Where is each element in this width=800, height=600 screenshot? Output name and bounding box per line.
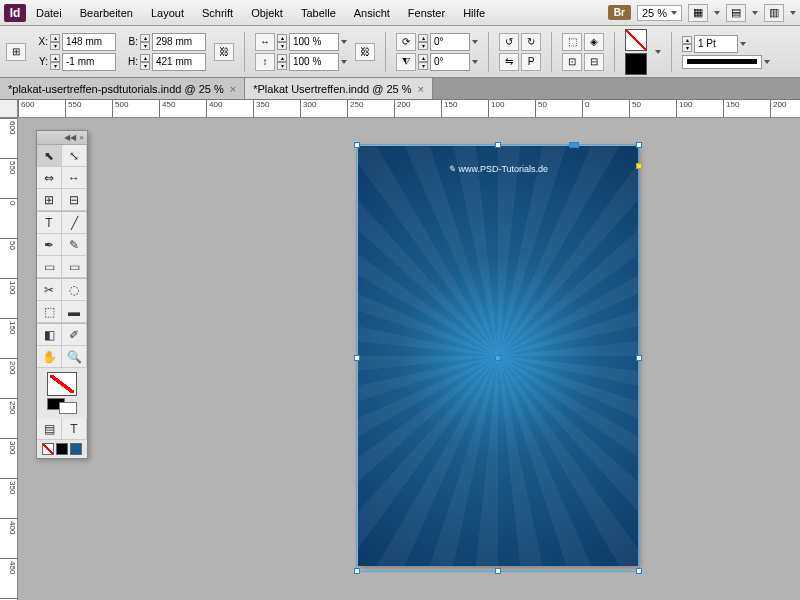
w-label: B: [124,36,138,47]
type-tool[interactable]: T [37,212,62,234]
close-icon[interactable]: × [230,83,236,95]
content-placer-tool[interactable]: ⊟ [62,189,87,211]
shear-icon: ⧨ [396,53,416,71]
screen-mode-button[interactable]: ▦ [688,4,708,22]
select-content-icon[interactable]: ◈ [584,33,604,51]
free-transform-tool[interactable]: ◌ [62,279,87,301]
page[interactable]: www.PSD-Tutorials.de [358,146,638,566]
page-url-text: www.PSD-Tutorials.de [358,164,638,174]
stroke-weight-input[interactable] [694,35,738,53]
toolbox-header[interactable]: ◀◀× [37,131,87,145]
apply-color-row [37,440,87,458]
handle-bottom[interactable] [495,568,501,574]
chevron-down-icon[interactable] [740,42,746,46]
select-container-icon[interactable]: ⬚ [562,33,582,51]
constrain-wh-icon[interactable]: ⛓ [214,43,234,61]
rotate-cw-icon[interactable]: ↻ [521,33,541,51]
menu-schrift[interactable]: Schrift [194,3,241,23]
line-tool[interactable]: ╱ [62,212,87,234]
fit-frame-icon[interactable]: ⊟ [584,53,604,71]
close-icon[interactable]: × [418,83,424,95]
pen-tool[interactable]: ✒ [37,234,62,256]
h-input[interactable] [152,53,206,71]
rotate-ccw-icon[interactable]: ↺ [499,33,519,51]
fit-content-icon[interactable]: ⊡ [562,53,582,71]
pencil-tool[interactable]: ✎ [62,234,87,256]
menu-datei[interactable]: Datei [28,3,70,23]
zoom-tool[interactable]: 🔍 [62,346,87,368]
eyedropper-tool[interactable]: ✐ [62,324,87,346]
stroke-swatch[interactable] [625,29,647,51]
tab-label: *plakat-usertreffen-psdtutorials.indd @ … [8,83,224,95]
chevron-down-icon[interactable] [472,60,478,64]
y-input[interactable] [62,53,116,71]
direct-selection-tool[interactable]: ⤡ [62,145,87,167]
menu-ansicht[interactable]: Ansicht [346,3,398,23]
ruler-vertical[interactable]: 600550050100150200250300350400450500 [0,118,18,600]
w-input[interactable] [152,33,206,51]
chevron-down-icon[interactable] [341,60,347,64]
stroke-style-select[interactable] [682,55,762,69]
scale-x-input[interactable] [289,33,339,51]
chevron-down-icon[interactable] [655,50,661,54]
handle-bottom-left[interactable] [354,568,360,574]
document-tabs: *plakat-usertreffen-psdtutorials.indd @ … [0,78,800,100]
scissors-tool[interactable]: ✂ [37,279,62,301]
gradient-swatch-tool[interactable]: ⬚ [37,301,62,323]
document-tab[interactable]: *Plakat Usertreffen.indd @ 25 %× [245,78,433,99]
chevron-down-icon[interactable] [472,40,478,44]
scale-y-input[interactable] [289,53,339,71]
x-input[interactable] [62,33,116,51]
flip-h-icon[interactable]: ⇋ [499,53,519,71]
fill-stroke-swatch[interactable] [47,372,77,396]
menu-fenster[interactable]: Fenster [400,3,453,23]
arrange-button[interactable]: ▤ [726,4,746,22]
format-text-button[interactable]: T [62,418,87,440]
selection-tool[interactable]: ⬉ [37,145,62,167]
format-container-button[interactable]: ▤ [37,418,62,440]
rectangle-frame-tool[interactable]: ▭ [37,256,62,278]
chevron-down-icon[interactable] [764,60,770,64]
ruler-origin[interactable] [0,100,18,118]
rotate-input[interactable] [430,33,470,51]
collapse-icon[interactable]: ◀◀ [64,133,76,142]
note-tool[interactable]: ◧ [37,324,62,346]
page-tool[interactable]: ⇔ [37,167,62,189]
shear-input[interactable] [430,53,470,71]
document-tab[interactable]: *plakat-usertreffen-psdtutorials.indd @ … [0,78,245,99]
gradient-feather-tool[interactable]: ▬ [62,301,87,323]
menu-layout[interactable]: Layout [143,3,192,23]
zoom-value: 25 % [642,7,667,19]
chevron-down-icon[interactable] [341,40,347,44]
chevron-down-icon[interactable] [752,11,758,15]
chevron-down-icon[interactable] [790,11,796,15]
y-label: Y: [34,56,48,67]
ruler-horizontal[interactable]: 6005505004504003503002502001501005005010… [18,100,800,118]
gap-tool[interactable]: ↔ [62,167,87,189]
bridge-button[interactable]: Br [608,5,631,20]
handle-bottom-right[interactable] [636,568,642,574]
menu-objekt[interactable]: Objekt [243,3,291,23]
chevron-down-icon[interactable] [714,11,720,15]
apply-none[interactable] [42,443,54,455]
apply-color[interactable] [70,443,82,455]
menu-bearbeiten[interactable]: Bearbeiten [72,3,141,23]
hand-tool[interactable]: ✋ [37,346,62,368]
workspace-button[interactable]: ▥ [764,4,784,22]
constrain-scale-icon[interactable]: ⛓ [355,43,375,61]
zoom-select[interactable]: 25 % [637,5,682,21]
reference-point-icon[interactable]: ⊞ [6,43,26,61]
canvas[interactable]: www.PSD-Tutorials.de [18,118,800,600]
menu-hilfe[interactable]: Hilfe [455,3,493,23]
flip-v-icon[interactable]: P [521,53,541,71]
toolbox[interactable]: ◀◀× ⬉ ⤡ ⇔ ↔ ⊞ ⊟ T ╱ ✒ ✎ ▭ ▭ ✂ ◌ ⬚ ▬ ◧ ✐ … [36,130,88,459]
swap-fill-stroke[interactable] [47,398,77,414]
rectangle-tool[interactable]: ▭ [62,256,87,278]
fill-swatch[interactable] [625,53,647,75]
scale-x-icon: ↔ [255,33,275,51]
close-icon[interactable]: × [79,133,84,142]
content-collector-tool[interactable]: ⊞ [37,189,62,211]
x-label: X: [34,36,48,47]
apply-black[interactable] [56,443,68,455]
menu-tabelle[interactable]: Tabelle [293,3,344,23]
